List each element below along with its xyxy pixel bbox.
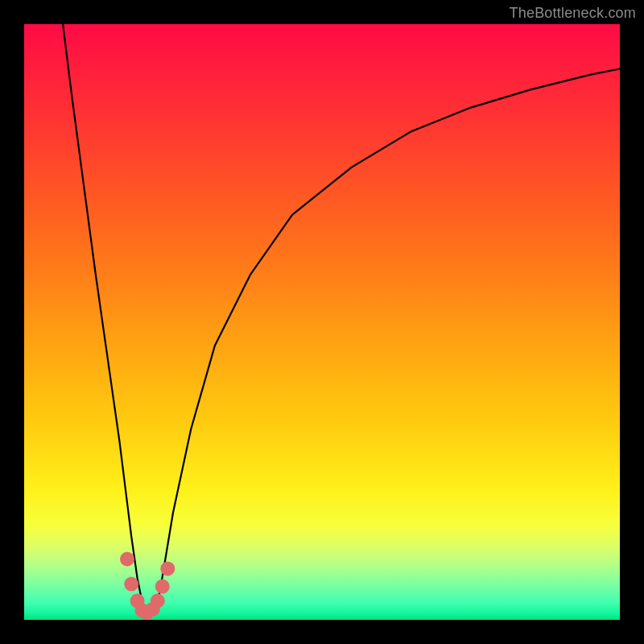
chart-frame: TheBottleneck.com <box>0 0 644 644</box>
highlight-dot <box>151 593 165 608</box>
watermark-label: TheBottleneck.com <box>510 5 636 22</box>
highlight-dot <box>160 561 175 576</box>
highlight-dot <box>155 580 170 594</box>
highlight-dot <box>124 577 138 592</box>
curve-layer <box>24 24 620 620</box>
highlight-dots <box>120 552 175 621</box>
plot-area <box>24 24 620 620</box>
bottleneck-curve <box>63 24 620 617</box>
highlight-dot <box>120 552 134 567</box>
